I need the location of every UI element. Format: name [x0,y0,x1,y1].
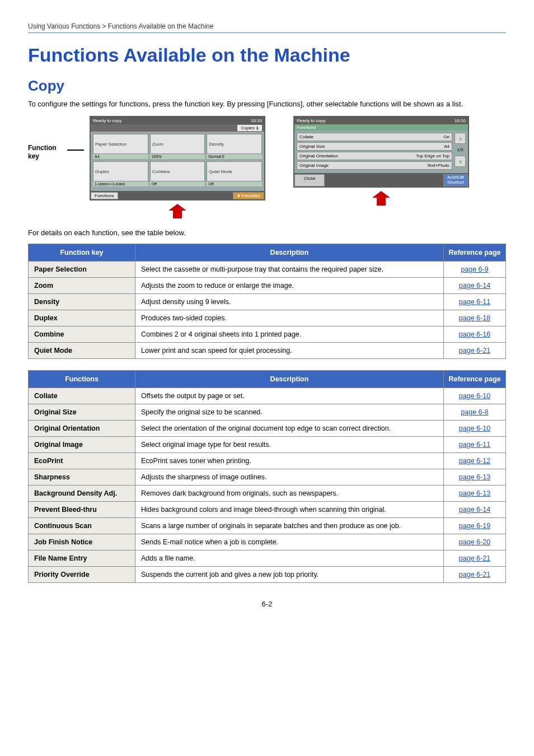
table-row: CollateOffsets the output by page or set… [29,388,506,404]
function-name: Job Finish Notice [29,534,135,550]
page-link[interactable]: page 6-8 [461,408,488,416]
page-link[interactable]: page 6-21 [459,347,490,354]
function-name: Priority Override [29,567,135,583]
paper-selection-cell-value: A4 [93,154,148,159]
page-link[interactable]: page 6-21 [459,571,490,578]
table-row: SharpnessAdjusts the sharpness of image … [29,469,506,486]
original-image-row[interactable]: Original ImageText+Photo [297,161,452,170]
section-title: Copy [28,77,506,95]
page-title: Functions Available on the Machine [28,44,506,66]
table-row: File Name EntryAdds a file name.page 6-2… [29,550,506,567]
add-edit-shortcut-button[interactable]: Add/EditShortcut [443,174,468,186]
function-name: Continuous Scan [29,518,135,534]
page-link[interactable]: page 6-21 [459,554,490,562]
table-row: Priority OverrideSuspends the current jo… [29,567,506,583]
page-link[interactable]: page 6-13 [459,473,490,481]
function-name: EcoPrint [29,453,135,469]
reference-page: page 6-11 [444,437,506,453]
page-link[interactable]: page 6-14 [459,506,490,514]
scroll-down-button[interactable]: ∨ [455,156,466,167]
page-link[interactable]: page 6-19 [459,522,490,530]
page-link[interactable]: page 6-12 [459,457,490,465]
function-name: Original Orientation [29,421,135,437]
panel-copy-functions: Ready to copy. 10:10 Copies 1 Paper Sele… [90,116,265,220]
table-row: Original OrientationSelect the orientati… [29,421,506,437]
function-name: Original Size [29,404,135,421]
page-link[interactable]: page 6-18 [459,314,490,322]
function-description: Select the orientation of the original d… [135,421,444,437]
column-header: Reference page [444,371,506,388]
page-link[interactable]: page 6-11 [459,298,490,306]
reference-page: page 6-19 [444,518,506,534]
up-arrow-icon [370,190,392,207]
copies-label: Copies 1 [237,125,262,131]
density-cell[interactable]: Density [207,134,262,154]
functions-button[interactable]: Functions [91,192,118,199]
zoom-cell-value: 100% [150,154,205,159]
function-description: Lower print and scan speed for quiet pro… [135,343,444,359]
function-name: Density [29,294,135,310]
function-description: Offsets the output by page or set. [135,388,444,404]
scroll-up-button[interactable]: ∧ [455,133,466,144]
function-name: Original Image [29,437,135,453]
panel-functions-list: Ready to copy. 10:10 Functions CollateOn… [293,116,469,207]
function-description: Suspends the current job and gives a new… [135,567,444,583]
table-row: Original ImageSelect original image type… [29,437,506,453]
reference-page: page 6-12 [444,453,506,469]
reference-page: page 6-10 [444,421,506,437]
reference-page: page 6-21 [444,343,506,359]
close-button[interactable]: Close [294,174,325,186]
caption-text: For details on each function, see the ta… [28,228,506,237]
page-link[interactable]: page 6-14 [459,282,490,290]
page-link[interactable]: page 6-10 [459,392,490,400]
table-row: DuplexProduces two-sided copies.page 6-1… [29,310,506,326]
page-link[interactable]: page 6-20 [459,538,490,546]
table-row: ZoomAdjusts the zoom to reduce or enlarg… [29,278,506,294]
table-row: Paper SelectionSelect the cassette or mu… [29,262,506,278]
svg-marker-0 [168,204,186,218]
quiet-mode-cell[interactable]: Quiet Mode [207,161,262,181]
column-header: Description [135,371,444,388]
table-row: Job Finish NoticeSends E-mail notice whe… [29,534,506,550]
function-name: Paper Selection [29,262,135,278]
table-row: Prevent Bleed-thruHides background color… [29,502,506,518]
status-text: Ready to copy. [93,118,123,123]
page-link[interactable]: page 6-16 [459,330,490,338]
function-description: EcoPrint saves toner when printing. [135,453,444,469]
duplex-cell-value: 1-sided>>1-sided [93,181,148,186]
combine-cell[interactable]: Combine [150,161,205,181]
density-cell-value: Normal 0 [207,154,262,159]
function-name: Quiet Mode [29,343,135,359]
reference-page: page 6-14 [444,278,506,294]
original-size-row[interactable]: Original SizeA4 [297,142,452,151]
function-name: File Name Entry [29,550,135,567]
table-row: Continuous ScanScans a large number of o… [29,518,506,534]
column-header: Description [135,244,444,262]
page-link[interactable]: page 6-9 [461,265,488,273]
original-orientation-row[interactable]: Original OrientationTop Edge on Top [297,152,452,160]
zoom-cell[interactable]: Zoom [150,134,205,154]
reference-page: page 6-16 [444,326,506,343]
page-link[interactable]: page 6-10 [459,424,490,432]
function-name: Sharpness [29,469,135,486]
function-description: Adjust density using 9 levels. [135,294,444,310]
column-header: Reference page [444,244,506,262]
function-description: Produces two-sided copies. [135,310,444,326]
duplex-cell[interactable]: Duplex [93,161,148,181]
page-link[interactable]: page 6-13 [459,489,490,497]
collate-row[interactable]: CollateOn [297,133,452,141]
reference-page: page 6-8 [444,404,506,421]
function-description: Scans a large number of originals in sep… [135,518,444,534]
reference-page: page 6-21 [444,567,506,583]
table-row: Background Density Adj.Removes dark back… [29,486,506,502]
function-description: Adds a file name. [135,550,444,567]
page-link[interactable]: page 6-11 [459,441,490,449]
quiet-mode-cell-value: Off [207,181,262,186]
function-key-label: Functionkey [28,116,62,160]
up-arrow-icon [166,203,189,220]
paper-selection-cell[interactable]: Paper Selection [93,134,148,154]
table-row: EcoPrintEcoPrint saves toner when printi… [29,453,506,469]
favorites-button[interactable]: ★ Favorites [233,192,264,199]
reference-page: page 6-10 [444,388,506,404]
function-description: Hides background colors and image bleed-… [135,502,444,518]
